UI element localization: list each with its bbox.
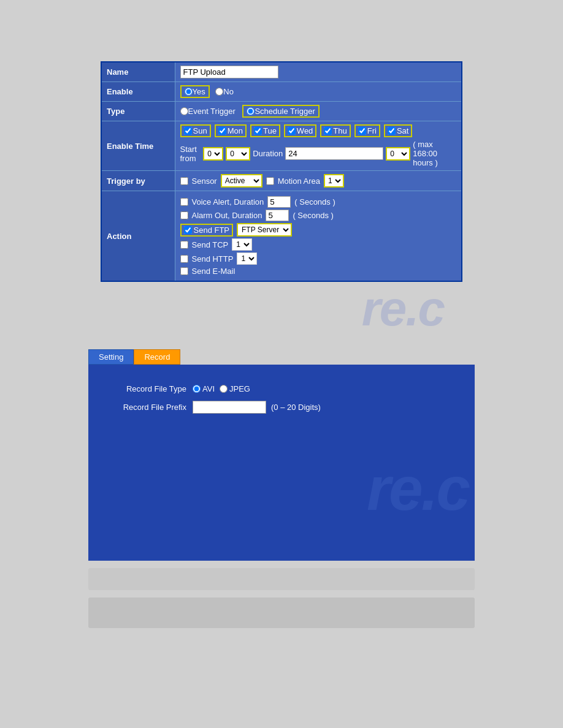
name-input[interactable] <box>180 66 278 78</box>
voice-alert-checkbox[interactable] <box>180 198 188 206</box>
jpeg-radio[interactable] <box>220 385 228 393</box>
record-file-prefix-label: Record File Prefix <box>107 403 186 412</box>
tabs-bar: Setting Record <box>88 349 475 365</box>
tab-content: Record File Type AVI JPEG Record File Pr… <box>88 365 475 561</box>
jpeg-option[interactable]: JPEG <box>220 384 250 393</box>
voice-alert-row: Voice Alert, Duration ( Seconds ) <box>180 196 457 208</box>
trigger-controls: Sensor Active Inactive Motion Area 123 <box>180 174 457 188</box>
ftp-server-select[interactable]: FTP Server <box>237 223 292 237</box>
event-trigger-option[interactable]: Event Trigger <box>180 107 236 116</box>
jpeg-label: JPEG <box>229 384 250 393</box>
schedule-trigger-label: Schedule Trigger <box>255 107 315 116</box>
record-file-prefix-row: Record File Prefix (0 – 20 Digits) <box>107 401 456 414</box>
tab-setting[interactable]: Setting <box>88 349 134 365</box>
sensor-text-label: Sensor <box>192 176 217 186</box>
prefix-hint: (0 – 20 Digits) <box>271 403 321 412</box>
event-trigger-label: Event Trigger <box>188 107 236 116</box>
motion-area-select[interactable]: 123 <box>324 174 344 188</box>
tue-checkbox[interactable] <box>254 127 262 135</box>
name-row: Name <box>101 62 462 82</box>
record-prefix-input[interactable] <box>193 401 266 414</box>
day-mon[interactable]: Mon <box>215 124 247 137</box>
send-http-label: Send HTTP <box>192 254 234 264</box>
start-from-label: Start from <box>180 145 201 163</box>
send-tcp-label: Send TCP <box>192 240 229 249</box>
alarm-out-row: Alarm Out, Duration ( Seconds ) <box>180 210 457 221</box>
day-wed[interactable]: Wed <box>284 124 317 137</box>
bottom-watermark: re.c <box>367 453 469 524</box>
http-select[interactable]: 1 <box>237 252 257 265</box>
sun-checkbox[interactable] <box>184 127 192 135</box>
day-thu[interactable]: Thu <box>320 124 350 137</box>
send-ftp-container: Send FTP <box>180 224 234 237</box>
tcp-select[interactable]: 1 <box>232 238 252 251</box>
action-row: Action Voice Alert, Duration ( Seconds )… <box>101 191 462 282</box>
fri-checkbox[interactable] <box>358 127 366 135</box>
day-tue[interactable]: Tue <box>250 124 280 137</box>
send-http-checkbox[interactable] <box>180 255 188 263</box>
alarm-unit-label: ( Seconds ) <box>293 211 333 220</box>
mon-label: Mon <box>228 126 243 135</box>
max-label: ( max 168:00 hours ) <box>413 140 456 167</box>
avi-radio[interactable] <box>193 385 201 393</box>
send-email-row: Send E-Mail <box>180 267 457 276</box>
event-trigger-radio[interactable] <box>180 107 188 115</box>
alarm-duration-input[interactable] <box>266 210 289 221</box>
send-tcp-row: Send TCP 1 <box>180 238 457 251</box>
watermark-area: re.c <box>101 288 462 337</box>
motion-area-checkbox[interactable] <box>266 177 274 185</box>
sensor-checkbox[interactable] <box>180 177 188 185</box>
yes-label: Yes <box>193 87 205 96</box>
voice-duration-input[interactable] <box>267 196 291 208</box>
duration-label: Duration <box>253 149 283 158</box>
thu-label: Thu <box>333 126 347 135</box>
send-ftp-label: Send FTP <box>194 226 230 235</box>
ftp-upload-table: Name Enable Yes No Type Event Trigger <box>101 61 462 282</box>
days-row: Sun Mon Tue Wed Thu <box>180 124 457 137</box>
send-email-checkbox[interactable] <box>180 267 188 275</box>
day-sun[interactable]: Sun <box>180 124 211 137</box>
tue-label: Tue <box>263 126 277 135</box>
enable-row: Enable Yes No <box>101 82 462 102</box>
day-fri[interactable]: Fri <box>354 124 380 137</box>
send-email-label: Send E-Mail <box>192 267 236 276</box>
schedule-trigger-option[interactable]: Schedule Trigger <box>242 105 319 118</box>
type-value-cell: Event Trigger Schedule Trigger <box>175 102 462 121</box>
no-label: No <box>223 87 234 96</box>
no-option[interactable]: No <box>215 87 234 96</box>
send-http-row: Send HTTP 1 <box>180 252 457 265</box>
enable-time-row: Enable Time Sun Mon Tue Wed <box>101 121 462 171</box>
send-ftp-checkbox[interactable] <box>184 226 192 234</box>
trigger-value-cell: Sensor Active Inactive Motion Area 123 <box>175 171 462 191</box>
avi-option[interactable]: AVI <box>193 384 215 393</box>
schedule-trigger-radio[interactable] <box>247 107 255 115</box>
yes-radio[interactable] <box>185 88 193 96</box>
type-label: Type <box>101 102 175 121</box>
sat-label: Sat <box>397 126 409 135</box>
sat-checkbox[interactable] <box>388 127 396 135</box>
thu-checkbox[interactable] <box>324 127 332 135</box>
enable-label: Enable <box>101 82 175 102</box>
alarm-out-checkbox[interactable] <box>180 211 188 219</box>
start-minute-select[interactable]: 0153045 <box>226 147 250 161</box>
mon-checkbox[interactable] <box>218 127 226 135</box>
wed-checkbox[interactable] <box>288 127 296 135</box>
enable-time-value-cell: Sun Mon Tue Wed Thu <box>175 121 462 171</box>
trigger-row: Trigger by Sensor Active Inactive Motion… <box>101 171 462 191</box>
sensor-select[interactable]: Active Inactive <box>221 174 262 188</box>
send-tcp-checkbox[interactable] <box>180 241 188 249</box>
record-file-type-value: AVI JPEG <box>193 384 250 393</box>
start-hour-select[interactable]: 012 <box>203 147 223 161</box>
duration-minutes-select[interactable]: 0153045 <box>386 147 410 161</box>
record-file-type-row: Record File Type AVI JPEG <box>107 384 456 393</box>
avi-label: AVI <box>202 384 215 393</box>
yes-option[interactable]: Yes <box>180 85 210 98</box>
voice-alert-label: Voice Alert, Duration <box>192 197 264 207</box>
day-sat[interactable]: Sat <box>384 124 413 137</box>
no-radio[interactable] <box>215 88 223 96</box>
enable-time-label: Enable Time <box>101 121 175 171</box>
trigger-label: Trigger by <box>101 171 175 191</box>
sun-label: Sun <box>193 126 207 135</box>
duration-hours-input[interactable] <box>285 147 383 160</box>
tab-record[interactable]: Record <box>134 349 180 365</box>
